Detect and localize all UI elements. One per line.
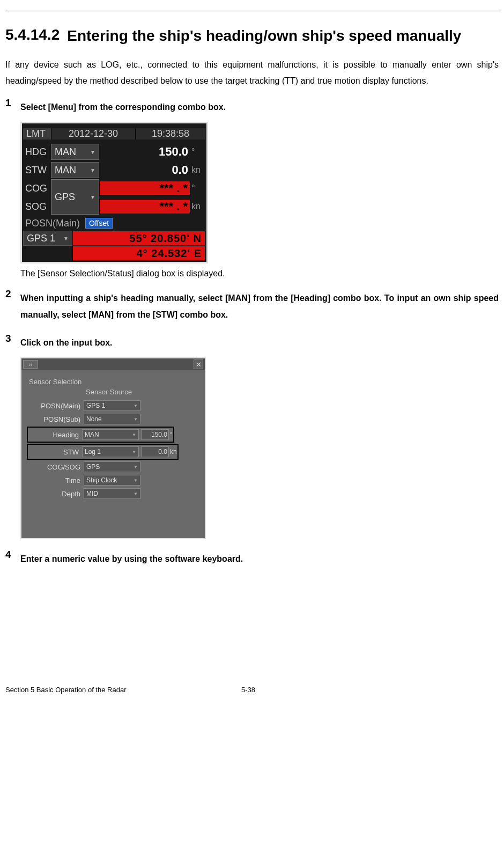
time-dlg-label: Time [27,476,84,485]
posn-main-label: POSN(Main) [27,402,84,410]
time-dlg-combobox[interactable]: Ship Clock ▼ [84,475,140,486]
step-list: 1 Select [Menu] from the corresponding c… [5,99,499,568]
lon-value: 4° 24.532' E [72,246,205,261]
chevron-down-icon: ▼ [132,450,136,454]
cog-label: COG [23,179,51,197]
hdg-label: HDG [23,146,51,158]
stw-value[interactable]: 0.0 [99,163,190,177]
stw-dlg-unit: kn [170,448,177,456]
offset-button[interactable]: Offset [85,218,113,229]
chevron-down-icon: ▼ [134,465,138,469]
stw-unit: kn [190,165,205,175]
time-value: 19:38:58 [136,128,205,140]
footer-section: Section 5 Basic Operation of the Radar [5,686,241,694]
heading-combobox[interactable]: MAN ▼ [82,429,139,440]
step-number: 3 [5,333,11,344]
top-rule [5,11,499,11]
hdg-value[interactable]: 150.0 [99,145,190,159]
depth-dlg-combobox[interactable]: MID ▼ [84,488,140,499]
lat-value: 55° 20.850' N [72,231,205,246]
cogsog-source-value: GPS [55,192,75,203]
section-title: Entering the ship's heading/own ship's s… [67,26,461,45]
step-4: 4 Enter a numeric value by using the sof… [20,551,499,567]
hdg-source-combobox[interactable]: MAN ▼ [51,144,99,160]
step-1: 1 Select [Menu] from the corresponding c… [20,99,499,278]
heading-unit: ° [170,431,173,438]
time-ref-label: LMT [23,128,51,140]
sensor-selection-dialog: ›› ✕ Sensor Selection Sensor Source POSN… [20,357,206,539]
heading-input[interactable]: 150.0 [141,429,169,440]
dialog-titlebar: ›› ✕ [21,358,205,370]
fieldset-label: Sensor Selection [27,377,199,387]
step-number: 1 [5,97,11,109]
column-header: Sensor Source [27,387,199,399]
stw-dlg-combobox[interactable]: Log 1 ▼ [82,446,139,457]
step-2: 2 When inputting a ship's heading manual… [20,290,499,323]
chevron-down-icon: ▼ [134,491,138,496]
posn-source-combobox[interactable]: GPS 1 ▼ [23,231,72,246]
depth-dlg-label: Depth [27,490,84,498]
chevron-down-icon: ▼ [90,149,95,155]
hdg-unit: ° [190,147,205,157]
date-value: 2012-12-30 [51,128,136,140]
step-3: 3 Click on the input box. ›› ✕ Sensor Se… [20,335,499,539]
chevron-down-icon: ▼ [90,194,95,200]
step-number: 4 [5,549,11,561]
step-number: 2 [5,288,11,300]
close-icon: ✕ [196,361,202,369]
stw-label: STW [23,165,51,176]
heading-label: Heading [28,431,82,439]
section-number: 5.4.14.2 [5,26,60,43]
chevron-down-icon: ▼ [90,167,95,173]
intro-paragraph: If any device such as LOG, etc., connect… [5,57,499,90]
posn-main-combobox[interactable]: GPS 1 ▼ [84,400,140,411]
cogsog-source-combobox[interactable]: GPS ▼ [51,179,99,215]
sog-unit: kn [190,202,205,211]
pin-button[interactable]: ›› [23,360,38,369]
step-after-text: The [Sensor Selection/Status] dialog box… [20,269,499,278]
chevron-down-icon: ▼ [63,236,69,241]
page-footer: Section 5 Basic Operation of the Radar 5… [5,686,499,694]
cogsog-dlg-combobox[interactable]: GPS ▼ [84,461,140,472]
posn-sub-label: POSN(Sub) [27,415,84,423]
chevron-down-icon: ▼ [132,432,136,437]
pin-icon: ›› [29,362,33,368]
stw-source-combobox[interactable]: MAN ▼ [51,162,99,178]
step-title: When inputting a ship's heading manually… [20,290,499,323]
cogsog-dlg-label: COG/SOG [27,463,84,471]
posn-source-value: GPS 1 [27,233,55,244]
sog-value: *** . * [99,199,190,214]
stw-dlg-label: STW [28,448,82,456]
highlight-heading-row: Heading MAN ▼ 150.0 ° [27,427,174,443]
chevron-down-icon: ▼ [134,403,138,408]
stw-source-value: MAN [55,165,76,176]
section-heading: 5.4.14.2 Entering the ship's heading/own… [5,26,499,45]
chevron-down-icon: ▼ [134,417,138,422]
stw-dlg-input[interactable]: 0.0 [141,446,169,457]
chevron-down-icon: ▼ [134,478,138,483]
footer-page: 5-38 [241,686,255,694]
sog-label: SOG [23,197,51,216]
posn-label: POSN(Main) [23,218,80,229]
cog-unit: ° [190,184,205,193]
step-title: Select [Menu] from the corresponding com… [20,99,499,115]
own-ship-info-panel: LMT 2012-12-30 19:38:58 HDG MAN ▼ 150.0 … [20,122,208,263]
close-button[interactable]: ✕ [194,359,203,369]
step-title: Click on the input box. [20,335,499,351]
highlight-stw-row: STW Log 1 ▼ 0.0 kn [27,444,179,460]
step-title: Enter a numeric value by using the softw… [20,551,499,567]
cog-value: *** . * [99,181,190,196]
posn-sub-combobox[interactable]: None ▼ [84,414,140,424]
hdg-source-value: MAN [55,146,76,158]
